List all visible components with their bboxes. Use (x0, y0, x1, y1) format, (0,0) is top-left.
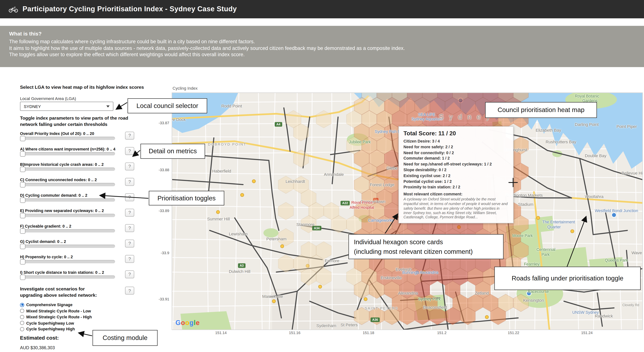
radio-button[interactable] (20, 303, 24, 307)
slider-label: G) Cyclist demand: 0 .. 2 (20, 239, 141, 244)
x-tick: 151.14 (212, 331, 230, 335)
help-button[interactable]: ? (125, 287, 134, 295)
slider-row: A) Where citizens want improvement (n=25… (20, 147, 141, 161)
cost-option[interactable]: Cycle Superhighway Low (20, 321, 74, 325)
radio-label: Comprehensive Signage (26, 303, 72, 307)
y-axis-ticks: -33.87-33.88-33.89-33.9-33.91 (138, 92, 169, 329)
slider-thumb[interactable] (20, 228, 25, 234)
help-button[interactable]: ? (125, 271, 134, 278)
annotation-roads-toggle: Roads falling under prioritisation toggl… (494, 267, 641, 290)
threshold-slider[interactable] (20, 198, 115, 202)
threshold-slider[interactable] (20, 260, 115, 263)
threshold-slider[interactable] (20, 245, 115, 248)
slider-row: F) Cycleable gradient: 0 .. 2 ? (20, 224, 141, 238)
help-button[interactable]: ? (125, 240, 134, 248)
intro-line: It aims to highlight how the use of mult… (9, 45, 635, 52)
scorecard-comment: A cycleway on Oxford Street would probab… (404, 197, 508, 220)
y-tick: -33.91 (158, 297, 169, 301)
help-button[interactable]: ? (125, 178, 134, 186)
radio-label: Cycle Superhighway Low (26, 321, 74, 325)
slider-label: H) Propensity to cycle: 0 .. 2 (20, 255, 141, 259)
help-button[interactable]: ? (125, 193, 134, 201)
app-header: Participatory Cycling Prioritisation Ind… (0, 0, 644, 18)
slider-thumb[interactable] (20, 166, 25, 172)
slider-thumb[interactable] (20, 274, 25, 280)
intro-line: The toggles allow user to explore the ef… (9, 51, 635, 58)
help-button[interactable]: ? (125, 132, 134, 140)
help-button[interactable]: ? (125, 147, 134, 155)
threshold-slider[interactable] (20, 276, 115, 279)
bicycle-icon (8, 6, 18, 12)
slider-row: I) Short cycle distance to train station… (20, 270, 141, 284)
map-canvas[interactable]: H Rodd PointFive DockDOBROYD POINTHaberf… (172, 92, 643, 330)
scorecard-comment-label: Most relevant citizen comment: (404, 192, 508, 196)
google-logo: Google (176, 319, 200, 327)
intro-heading: What is this? (9, 31, 635, 37)
scorecard-row: Citizen Desire: 3 / 4 (404, 138, 508, 144)
slider-row: H) Propensity to cycle: 0 .. 2 ? (20, 255, 141, 269)
slider-label: C) Connecting unconnected nodes: 0 .. 2 (20, 177, 141, 182)
slider-label: F) Cycleable gradient: 0 .. 2 (20, 224, 141, 228)
threshold-slider[interactable] (20, 229, 115, 233)
help-button[interactable]: ? (125, 162, 134, 170)
slider-label: B)Improve historical cycle crash areas: … (20, 162, 141, 167)
scorecard-row: Need for sep./shared off-street cycleway… (404, 161, 508, 167)
slider-thumb[interactable] (20, 136, 25, 141)
slider-thumb[interactable] (20, 244, 25, 249)
slider-thumb[interactable] (20, 197, 25, 203)
annotation-score-cards: Individual hexagon score cards (includin… (348, 234, 504, 259)
scorecard-rows: Citizen Desire: 3 / 4Need for more safet… (404, 138, 508, 190)
scorecard-row: Potential cyclist use: 1 / 2 (404, 179, 508, 184)
slider-thumb[interactable] (20, 151, 25, 156)
app-root: Participatory Cycling Prioritisation Ind… (0, 0, 644, 352)
scorecard-row: Slope desirability: 0 / 2 (404, 167, 508, 173)
threshold-slider[interactable] (20, 137, 115, 140)
annotation-score-cards-line2: (including most relevant citizen comment… (354, 247, 473, 256)
y-tick: -33.88 (158, 168, 169, 172)
y-tick: -33.9 (161, 251, 169, 255)
help-button[interactable]: ? (125, 224, 134, 232)
slider-label: D) Cycling commuter demand: 0 .. 2 (20, 193, 141, 197)
scorecard-row: Commuter demand: 1 / 2 (404, 156, 508, 161)
scorecard-row: Proximity to train station: 2 / 2 (404, 184, 508, 190)
threshold-slider[interactable] (20, 152, 115, 155)
help-button[interactable]: ? (125, 255, 134, 263)
slider-row: E) Providing new separated cycleways: 0 … (20, 208, 141, 223)
x-tick: 151.22 (504, 331, 523, 335)
lga-select[interactable]: SYDNEY (20, 102, 114, 111)
lga-label: Local Government Area (LGA) (20, 96, 76, 101)
cost-option[interactable]: Comprehensive Signage (20, 303, 72, 307)
cost-option[interactable]: Mixed Strategic Cycle Route - Low (20, 309, 91, 313)
slider-row: Overall Priority Index (Out of 20): 0 ..… (20, 131, 141, 145)
slider-label: E) Providing new separated cycleways: 0 … (20, 208, 141, 213)
slider-thumb[interactable] (20, 182, 25, 187)
slider-row: B)Improve historical cycle crash areas: … (20, 162, 141, 176)
radio-button[interactable] (20, 309, 24, 313)
y-tick: -33.89 (158, 209, 169, 213)
slider-row: C) Connecting unconnected nodes: 0 .. 2 … (20, 177, 141, 192)
radio-button[interactable] (20, 315, 24, 319)
intro-line: The following map calculates where cycli… (9, 39, 635, 45)
threshold-slider[interactable] (20, 183, 115, 186)
threshold-slider[interactable] (20, 214, 115, 217)
toggles-heading: Toggle index parameters to view parts of… (20, 115, 145, 128)
intro-panel: What is this? The following map calculat… (0, 26, 644, 67)
slider-label: I) Short cycle distance to train station… (20, 270, 141, 275)
help-button[interactable]: ? (125, 209, 134, 217)
hexagon-scorecard: Total Score: 11 / 20 Citizen Desire: 3 /… (398, 126, 514, 223)
slider-thumb[interactable] (20, 259, 25, 264)
lga-selected-value: SYDNEY (24, 104, 106, 108)
x-tick: 151.16 (286, 331, 304, 335)
scorecard-row: Need for connectivity: 0 / 2 (404, 150, 508, 155)
x-tick: 151.24 (578, 331, 596, 335)
radio-button[interactable] (20, 321, 24, 325)
cost-option[interactable]: Mixed Strategic Cycle Route - High (20, 315, 92, 319)
threshold-slider[interactable] (20, 167, 115, 171)
map-title: Cycling Index (172, 86, 198, 90)
y-tick: -33.87 (158, 121, 169, 125)
slider-thumb[interactable] (20, 213, 25, 218)
scorecard-row: Existing cyclist use: 2 / 2 (404, 173, 508, 179)
x-tick: 151.18 (359, 331, 378, 335)
radio-button[interactable] (20, 327, 24, 331)
slider-label: A) Where citizens want improvement (n=25… (20, 147, 141, 151)
